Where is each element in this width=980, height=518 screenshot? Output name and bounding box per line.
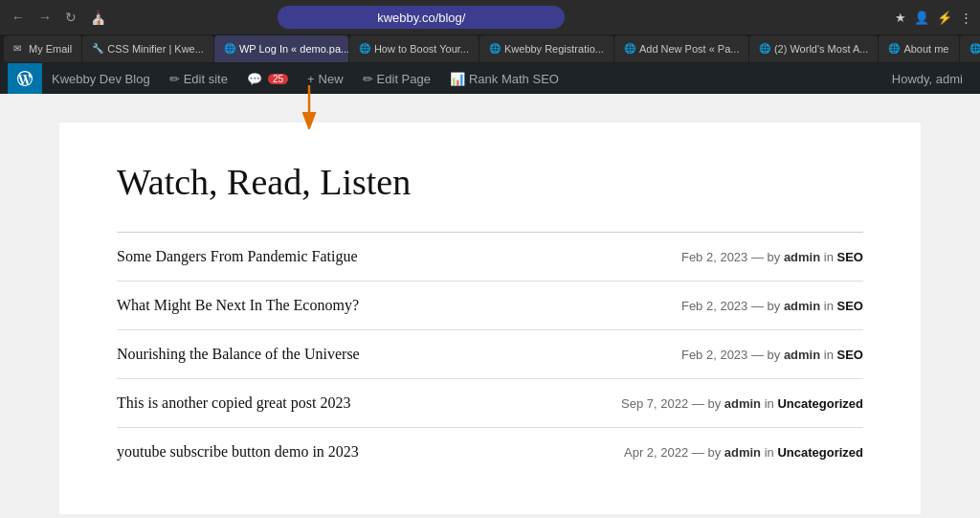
page-title: Watch, Read, Listen bbox=[117, 161, 863, 203]
post-category: Uncategorized bbox=[777, 396, 863, 411]
site-name-item[interactable]: Kwebby Dev Blog bbox=[42, 63, 160, 94]
tab-gene[interactable]: 🌐 gene bbox=[960, 35, 981, 62]
page-wrapper: Watch, Read, Listen Some Dangers From Pa… bbox=[0, 94, 980, 518]
new-item[interactable]: + New bbox=[298, 63, 353, 94]
tab-favicon-reg: 🌐 bbox=[489, 43, 501, 55]
edit-site-item[interactable]: ✏ Edit site bbox=[160, 63, 237, 94]
post-category: SEO bbox=[837, 299, 863, 313]
post-link[interactable]: youtube subscribe button demo in 2023 bbox=[117, 443, 359, 461]
forward-button[interactable]: → bbox=[34, 8, 56, 27]
tab-favicon-boost: 🌐 bbox=[359, 43, 370, 55]
post-author: admin bbox=[724, 396, 761, 411]
tab-email[interactable]: ✉ My Email bbox=[4, 35, 81, 62]
tab-favicon-gene: 🌐 bbox=[969, 43, 981, 55]
post-author: admin bbox=[784, 250, 820, 264]
tabs-bar: ✉ My Email 🔧 CSS Minifier | Kwe... 🌐 WP … bbox=[0, 34, 980, 63]
tab-favicon-wp: 🌐 bbox=[224, 43, 235, 55]
edit-page-item[interactable]: ✏ Edit Page bbox=[353, 63, 440, 94]
post-link[interactable]: This is another copied great post 2023 bbox=[117, 394, 350, 412]
rank-math-item[interactable]: 📊 Rank Math SEO bbox=[440, 63, 568, 94]
tab-label: Add New Post « Pa... bbox=[639, 43, 740, 55]
post-link[interactable]: What Might Be Next In The Economy? bbox=[117, 297, 359, 314]
post-item: Some Dangers From Pandemic Fatigue Feb 2… bbox=[117, 233, 863, 282]
post-item: Nourishing the Balance of the Universe F… bbox=[117, 330, 863, 379]
back-button[interactable]: ← bbox=[8, 8, 29, 27]
edit-site-icon: ✏ bbox=[169, 72, 180, 86]
tab-boost[interactable]: 🌐 How to Boost Your... bbox=[349, 35, 479, 62]
menu-icon[interactable]: ⋮ bbox=[960, 11, 972, 25]
tab-favicon-add: 🌐 bbox=[624, 43, 635, 55]
wp-admin-bar: Kwebby Dev Blog ✏ Edit site 💬 25 + New ✏… bbox=[0, 63, 980, 94]
tab-favicon-about: 🌐 bbox=[888, 43, 900, 55]
edit-site-label: Edit site bbox=[184, 72, 228, 86]
tab-add-post[interactable]: 🌐 Add New Post « Pa... bbox=[614, 35, 748, 62]
wp-logo[interactable] bbox=[8, 63, 42, 94]
post-item: This is another copied great post 2023 S… bbox=[117, 379, 863, 428]
tab-worlds-most[interactable]: 🌐 (2) World's Most A... bbox=[749, 35, 878, 62]
post-author: admin bbox=[784, 299, 820, 313]
edit-page-label: Edit Page bbox=[377, 72, 431, 86]
post-category: SEO bbox=[837, 348, 863, 362]
new-label: New bbox=[319, 72, 344, 86]
edit-page-icon: ✏ bbox=[363, 72, 373, 86]
tab-label: Kwebby Registratio... bbox=[504, 43, 604, 55]
post-meta: Sep 7, 2022 — by admin in Uncategorized bbox=[621, 396, 863, 411]
content-card: Watch, Read, Listen Some Dangers From Pa… bbox=[59, 123, 921, 514]
post-meta: Apr 2, 2022 — by admin in Uncategorized bbox=[624, 445, 863, 460]
tab-label: About me bbox=[903, 43, 948, 55]
post-category: Uncategorized bbox=[777, 445, 863, 460]
post-meta: Feb 2, 2023 — by admin in SEO bbox=[681, 250, 863, 264]
tab-favicon-worlds: 🌐 bbox=[759, 43, 770, 55]
rank-math-label: Rank Math SEO bbox=[469, 72, 559, 86]
extensions-icon[interactable]: ⚡ bbox=[937, 11, 952, 25]
post-item: youtube subscribe button demo in 2023 Ap… bbox=[117, 428, 863, 476]
site-name-label: Kwebby Dev Blog bbox=[52, 72, 150, 86]
plus-icon: + bbox=[307, 72, 315, 86]
comments-count-badge: 25 bbox=[268, 74, 288, 84]
post-author: admin bbox=[784, 348, 820, 362]
tab-label: WP Log In « demo.pa... bbox=[239, 43, 348, 55]
browser-window: ← → ↻ ⛪ ★ 👤 ⚡ ⋮ ✉ My Email 🔧 CSS Minifie… bbox=[0, 0, 980, 518]
bookmark-icon[interactable]: ★ bbox=[895, 11, 906, 25]
tab-about[interactable]: 🌐 About me bbox=[879, 35, 958, 62]
post-category: SEO bbox=[837, 250, 863, 264]
refresh-button[interactable]: ↻ bbox=[61, 8, 80, 27]
tab-favicon-email: ✉ bbox=[13, 43, 25, 55]
tab-css-minifier[interactable]: 🔧 CSS Minifier | Kwe... bbox=[82, 35, 213, 62]
post-link[interactable]: Nourishing the Balance of the Universe bbox=[117, 346, 360, 363]
tab-label: My Email bbox=[29, 43, 72, 55]
post-item: What Might Be Next In The Economy? Feb 2… bbox=[117, 282, 863, 330]
tab-label: CSS Minifier | Kwe... bbox=[107, 43, 204, 55]
tab-kwebby-reg[interactable]: 🌐 Kwebby Registratio... bbox=[479, 35, 613, 62]
post-meta: Feb 2, 2023 — by admin in SEO bbox=[681, 299, 863, 313]
home-button[interactable]: ⛪ bbox=[86, 8, 110, 27]
tab-wp-login[interactable]: 🌐 WP Log In « demo.pa... bbox=[214, 35, 348, 62]
post-list: Some Dangers From Pandemic Fatigue Feb 2… bbox=[117, 233, 863, 476]
wp-icon bbox=[17, 71, 33, 86]
tab-label: How to Boost Your... bbox=[374, 43, 469, 55]
howdy-label: Howdy, admi bbox=[892, 72, 963, 86]
post-author: admin bbox=[724, 445, 761, 460]
comments-item[interactable]: 💬 25 bbox=[237, 63, 298, 94]
browser-nav-bar: ← → ↻ ⛪ ★ 👤 ⚡ ⋮ bbox=[0, 0, 980, 34]
comments-icon: 💬 bbox=[247, 72, 262, 86]
profile-icon[interactable]: 👤 bbox=[914, 11, 929, 25]
post-link[interactable]: Some Dangers From Pandemic Fatigue bbox=[117, 248, 358, 265]
browser-action-icons: ★ 👤 ⚡ ⋮ bbox=[895, 11, 972, 25]
howdy-item[interactable]: Howdy, admi bbox=[882, 63, 972, 94]
tab-favicon-css: 🔧 bbox=[92, 43, 103, 55]
tab-label: (2) World's Most A... bbox=[774, 43, 868, 55]
address-bar[interactable] bbox=[278, 6, 565, 29]
post-meta: Feb 2, 2023 — by admin in SEO bbox=[681, 348, 863, 362]
rank-math-icon: 📊 bbox=[450, 72, 465, 86]
